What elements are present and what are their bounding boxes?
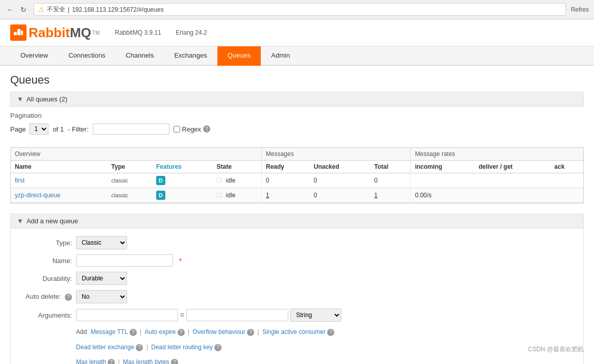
queue-ready-first: 0 [262,173,310,188]
queue-name-link-yzp[interactable]: yzp-direct-queue [15,192,60,199]
form-row-durability: Durability: Durable Transient [21,272,573,285]
csdn-watermark: CSDN @最喜欢肥机 [528,345,584,354]
pagination-controls: Page 1 of 1 - Filter: Regex ? [10,123,584,135]
add-queue-label: Add a new queue [27,217,78,225]
arg-link-max-length[interactable]: Max length [76,358,106,364]
args-key-input[interactable] [76,309,178,321]
filter-input[interactable] [93,123,169,135]
queue-deliver-yzp [475,188,550,203]
dead-letter-exchange-help-icon[interactable]: ? [136,344,143,351]
rabbitmq-version: RabbitMQ 3.9.11 [115,29,161,36]
queue-type-first: classic [107,173,152,188]
arg-links-row2: Dead letter exchange ? | Dead letter rou… [76,342,573,353]
th-overview-group: Overview [11,148,262,161]
queue-total-yzp: 1 [370,188,410,203]
queue-table-body: first classic D ☐ idle 0 0 0 yzp-direct-… [11,173,583,203]
svg-rect-0 [14,32,17,35]
refresh-button[interactable]: ↻ [18,5,29,15]
arg-link-dead-letter-exchange[interactable]: Dead letter exchange [76,344,134,351]
nav-queues[interactable]: Queues [217,46,261,66]
logo-icon [10,24,27,41]
queue-name-first: first [11,173,107,188]
th-messages-group: Messages [262,148,411,161]
queue-ready-yzp: 1 [262,188,310,203]
table-row: yzp-direct-queue classic D ☐ idle 1 0 1 … [11,188,583,203]
arg-link-overflow[interactable]: Overflow behaviour [192,328,245,335]
main-content: Queues ▼ All queues (2) Pagination Page … [0,66,594,364]
url-separator: | [68,6,69,13]
back-button[interactable]: ← [5,5,15,15]
queue-name-link-first[interactable]: first [15,177,24,184]
browser-nav-buttons: ← ↻ [5,5,29,15]
filter-label: - Filter: [68,125,88,133]
auto-delete-select[interactable]: No Yes [76,290,127,303]
queue-state-yzp: ☐ idle [212,188,261,203]
add-queue-section: ▼ Add a new queue Type: Classic Quorum N… [10,214,584,364]
auto-delete-help-icon[interactable]: ? [65,294,72,301]
th-name: Name [11,161,107,173]
name-input[interactable] [76,254,173,267]
pagination-label: Pagination [10,112,584,119]
erlang-version: Erlang 24.2 [176,29,207,36]
auto-delete-label: Auto delete: ? [21,293,72,301]
arg-links-row3: Max length ? | Max length bytes ? [76,357,573,364]
queue-name-yzp: yzp-direct-queue [11,188,107,203]
form-row-auto-delete: Auto delete: ? No Yes [21,290,573,303]
durability-label: Durability: [21,275,72,282]
message-ttl-help-icon[interactable]: ? [130,329,137,336]
nav-exchanges[interactable]: Exchanges [164,46,217,66]
args-equals-sign: = [180,311,184,319]
arguments-label: Arguments: [21,311,72,319]
page-label: Page [10,125,26,133]
refresh-label[interactable]: Refres [571,6,589,13]
type-label: Type: [21,239,72,247]
url-bar[interactable]: ⚠ 不安全 | 192.168.113.129:15672/#/queues [34,3,566,16]
queue-type-yzp: classic [107,188,152,203]
separator-3: | [257,328,260,335]
dead-letter-routing-help-icon[interactable]: ? [214,344,221,351]
arg-link-dead-letter-routing[interactable]: Dead letter routing key [151,344,213,351]
nav-admin[interactable]: Admin [261,46,300,66]
nav-channels[interactable]: Channels [115,46,164,66]
arg-links-row1: Add Message TTL ? | Auto expire ? | Over… [76,327,573,338]
logo-tm: TM [92,30,100,36]
queue-unacked-yzp: 0 [310,188,370,203]
queue-table: Overview Messages Message rates Name Typ… [11,148,583,203]
arg-link-auto-expire[interactable]: Auto expire [145,328,176,335]
page-select[interactable]: 1 [30,123,48,135]
url-text: 192.168.113.129:15672/#/queues [72,6,164,13]
security-warning-icon: ⚠ [38,6,44,13]
max-length-bytes-help-icon[interactable]: ? [171,359,178,364]
name-label: Name: [21,257,72,265]
single-active-help-icon[interactable]: ? [327,329,334,336]
of-label: of 1 [53,125,64,133]
auto-expire-help-icon[interactable]: ? [178,329,185,336]
logo-rabbit: Rabbit [29,25,70,40]
args-type-select[interactable]: String Number Boolean [290,308,341,322]
durability-select[interactable]: Durable Transient [76,272,127,285]
logo: RabbitMQ TM [10,24,100,41]
nav-overview[interactable]: Overview [10,46,58,66]
nav-connections[interactable]: Connections [58,46,115,66]
form-row-name: Name: * [21,254,573,267]
th-unacked: Unacked [310,161,370,173]
arg-link-single-active[interactable]: Single active consumer [262,328,326,335]
max-length-help-icon[interactable]: ? [108,359,115,364]
navigation-bar: Overview Connections Channels Exchanges … [0,46,594,66]
queue-feature-yzp: D [152,188,212,203]
arg-link-message-ttl[interactable]: Message TTL [91,328,128,335]
all-queues-section-header[interactable]: ▼ All queues (2) [10,92,584,107]
add-queue-header[interactable]: ▼ Add a new queue [11,214,583,228]
logo-text: RabbitMQ [29,25,91,41]
th-features: Features [152,161,212,173]
arg-link-max-length-bytes[interactable]: Max length bytes [123,358,169,364]
type-select[interactable]: Classic Quorum [76,236,127,249]
regex-help-icon[interactable]: ? [203,125,210,133]
regex-checkbox[interactable] [174,126,180,133]
queue-deliver-first [475,173,550,188]
queue-total-first: 0 [370,173,410,188]
table-col-header-row: Name Type Features State Ready Unacked T… [11,161,583,173]
overflow-help-icon[interactable]: ? [247,329,254,336]
args-value-input[interactable] [186,309,288,321]
separator-4: | [146,344,150,351]
